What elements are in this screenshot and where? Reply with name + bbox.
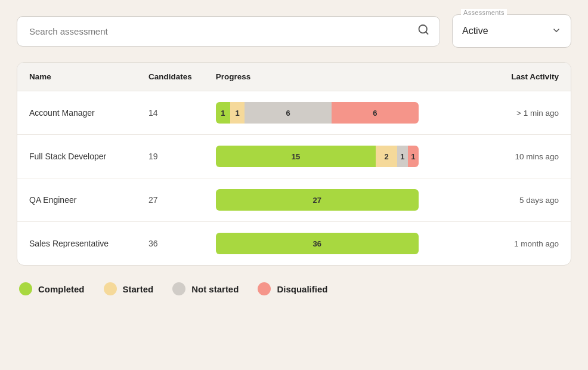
legend-label-completed: Completed [38, 284, 85, 294]
table-header: Name Candidates Progress Last Activity [17, 63, 571, 91]
bar-completed: 1 [216, 102, 230, 124]
legend-item-not_started: Not started [172, 282, 239, 295]
bar-started: 2 [376, 146, 397, 167]
legend-dot-started [104, 282, 117, 295]
bar-disqualified: 1 [408, 146, 419, 167]
assessments-dropdown[interactable]: Assessments Active [452, 14, 571, 48]
cell-progress: 1166 [204, 91, 431, 135]
progress-bar: 15211 [216, 146, 419, 167]
legend-label-not_started: Not started [191, 284, 239, 294]
top-bar: Assessments Active [17, 14, 571, 48]
table-row[interactable]: QA Engineer 27 27 5 days ago [17, 178, 571, 222]
legend-item-started: Started [104, 282, 154, 295]
assessments-table-container: Name Candidates Progress Last Activity A… [17, 62, 571, 266]
bar-completed: 36 [216, 233, 419, 254]
col-header-progress: Progress [204, 63, 431, 91]
col-header-candidates: Candidates [137, 63, 204, 91]
table-row[interactable]: Account Manager 14 1166 > 1 min ago [17, 91, 571, 135]
progress-bar: 36 [216, 233, 419, 254]
assessments-dropdown-label: Assessments [461, 9, 507, 16]
cell-last-activity: > 1 min ago [431, 91, 571, 135]
col-header-name: Name [17, 63, 137, 91]
col-header-last-activity: Last Activity [431, 63, 571, 91]
progress-bar: 27 [216, 189, 419, 211]
search-input[interactable] [17, 16, 440, 47]
table-row[interactable]: Sales Representative 36 36 1 month ago [17, 222, 571, 266]
legend-label-disqualified: Disqualified [277, 284, 327, 294]
table-row[interactable]: Full Stack Developer 19 15211 10 mins ag… [17, 135, 571, 178]
svg-line-1 [426, 32, 428, 34]
legend: Completed Started Not started Disqualifi… [17, 282, 571, 295]
legend-dot-disqualified [258, 282, 271, 295]
legend-item-disqualified: Disqualified [258, 282, 327, 295]
bar-started: 1 [230, 102, 245, 124]
progress-bar: 1166 [216, 102, 419, 124]
legend-label-started: Started [123, 284, 154, 294]
chevron-down-icon [552, 26, 561, 37]
search-wrapper [17, 16, 440, 47]
legend-dot-not_started [172, 282, 185, 295]
legend-dot-completed [19, 282, 32, 295]
cell-progress: 27 [204, 178, 431, 222]
bar-completed: 15 [216, 146, 376, 167]
cell-candidates: 27 [137, 178, 204, 222]
cell-last-activity: 5 days ago [431, 178, 571, 222]
bar-completed: 27 [216, 189, 419, 211]
cell-name: QA Engineer [17, 178, 137, 222]
bar-not-started: 6 [245, 102, 332, 124]
cell-candidates: 14 [137, 91, 204, 135]
assessments-value-row: Active [462, 26, 561, 37]
legend-item-completed: Completed [19, 282, 85, 295]
cell-name: Sales Representative [17, 222, 137, 266]
assessments-table: Name Candidates Progress Last Activity A… [17, 63, 571, 265]
search-icon [417, 24, 429, 39]
bar-not-started: 1 [397, 146, 408, 167]
cell-progress: 15211 [204, 135, 431, 178]
cell-last-activity: 10 mins ago [431, 135, 571, 178]
assessments-selected-value: Active [462, 26, 488, 36]
cell-name: Full Stack Developer [17, 135, 137, 178]
cell-last-activity: 1 month ago [431, 222, 571, 266]
cell-candidates: 36 [137, 222, 204, 266]
bar-disqualified: 6 [332, 102, 419, 124]
cell-name: Account Manager [17, 91, 137, 135]
table-body: Account Manager 14 1166 > 1 min ago Full… [17, 91, 571, 266]
cell-progress: 36 [204, 222, 431, 266]
cell-candidates: 19 [137, 135, 204, 178]
